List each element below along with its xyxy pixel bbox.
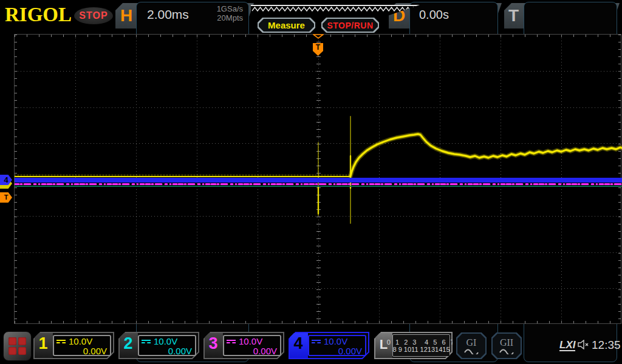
channel-1-readout: 10.0V 0.00V xyxy=(53,335,111,356)
measure-button-label: Measure xyxy=(268,20,305,30)
channel-4-number: 4 xyxy=(290,334,307,353)
lxi-logo: LXI xyxy=(559,340,575,351)
trigger-label: T xyxy=(508,3,519,29)
timebase-value: 2.00ms xyxy=(147,7,189,22)
channel-4-box-selected[interactable]: 4 10.0V 0.00V xyxy=(289,332,369,359)
channel-2-offset: 0.00V xyxy=(142,346,192,356)
clock: 12:35 xyxy=(592,339,621,352)
dc-coupling-icon xyxy=(56,340,66,343)
stop-run-button[interactable]: STOP/RUN xyxy=(321,18,379,33)
channel-2-number: 2 xyxy=(120,334,137,353)
generator-1-label: GI xyxy=(466,338,477,347)
channel-1-box[interactable]: 1 10.0V 0.00V xyxy=(33,332,114,359)
sine-wave-icon xyxy=(499,347,514,354)
menu-grid-icon xyxy=(9,337,26,355)
channel-1-number: 1 xyxy=(35,334,52,353)
channel-3-offset: 0.00V xyxy=(227,346,277,356)
digital-channel-list: 0 1 2 3 4 5 6 7 8 9 1011 12131415 xyxy=(392,334,450,357)
memory-strip-border xyxy=(251,5,420,6)
generator-1-button[interactable]: GI xyxy=(456,332,487,359)
trigger-flag-icon: T xyxy=(313,43,323,56)
dc-coupling-icon xyxy=(312,340,321,343)
horizontal-label: H xyxy=(120,3,132,29)
waveform-traces xyxy=(15,35,622,325)
waveform-graticule[interactable]: T xyxy=(14,34,621,324)
channel-3-number: 3 xyxy=(205,334,222,353)
channel-3-box[interactable]: 3 10.0V 0.00V xyxy=(203,332,284,359)
rigol-logo: RIGOL xyxy=(5,4,72,26)
channel-4-scale: 10.0V xyxy=(324,337,347,346)
speaker-muted-icon[interactable] xyxy=(578,340,589,352)
generator-2-button[interactable]: GII xyxy=(491,332,522,359)
trigger-position-flag[interactable]: T xyxy=(313,34,324,56)
channel-1-offset: 0.00V xyxy=(56,346,107,356)
acquisition-info: 1GSa/s 20Mpts xyxy=(217,4,243,22)
channel-1-scale: 10.0V xyxy=(69,337,92,346)
channel-3-readout: 10.0V 0.00V xyxy=(223,335,281,356)
stop-run-button-label: STOP/RUN xyxy=(327,21,373,30)
trigger-flag-chevron-icon xyxy=(313,34,324,39)
trigger-level-marker[interactable]: T xyxy=(0,192,12,203)
memory-depth: 20Mpts xyxy=(217,13,243,22)
sine-wave-icon xyxy=(463,347,479,354)
generator-2-label: GII xyxy=(500,338,513,347)
channel-2-readout: 10.0V 0.00V xyxy=(138,335,196,356)
measure-button[interactable]: Measure xyxy=(258,18,315,33)
sample-rate: 1GSa/s xyxy=(217,4,243,13)
channel-3-scale: 10.0V xyxy=(239,337,262,346)
digital-row-0-7: 0 1 2 3 4 5 6 7 xyxy=(387,339,456,346)
run-state-badge: STOP xyxy=(74,7,113,24)
menu-button[interactable] xyxy=(3,331,32,361)
oscilloscope-screen: RIGOL STOP H 2.00ms 1GSa/s 20Mpts Measur… xyxy=(0,0,622,364)
channel-2-box[interactable]: 2 10.0V 0.00V xyxy=(118,332,199,359)
digital-row-8-15: 8 9 1011 12131415 xyxy=(393,346,450,353)
digital-channels-box[interactable]: L 0 1 2 3 4 5 6 7 8 9 1011 12131415 xyxy=(374,332,453,359)
channel-4-readout: 10.0V 0.00V xyxy=(308,335,366,356)
dc-coupling-icon xyxy=(142,340,151,343)
dc-coupling-icon xyxy=(227,340,236,343)
channel-2-scale: 10.0V xyxy=(154,337,177,346)
channel-4-offset: 0.00V xyxy=(312,346,362,356)
delay-value: 0.00s xyxy=(419,8,449,22)
